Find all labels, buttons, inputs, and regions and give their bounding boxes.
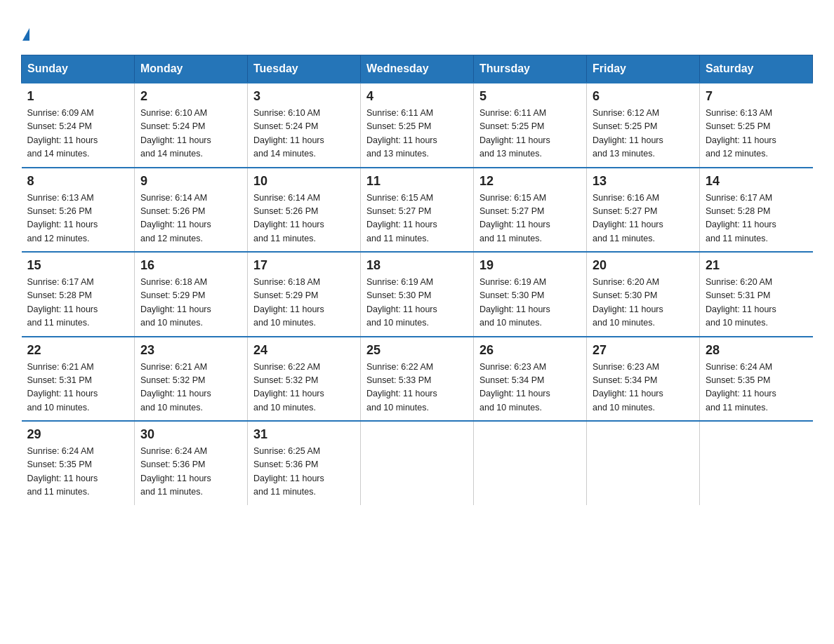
day-number: 22	[27, 343, 129, 358]
calendar-cell: 9Sunrise: 6:14 AMSunset: 5:26 PMDaylight…	[135, 168, 248, 253]
day-info: Sunrise: 6:15 AMSunset: 5:27 PMDaylight:…	[366, 193, 437, 243]
calendar-cell: 31Sunrise: 6:25 AMSunset: 5:36 PMDayligh…	[248, 421, 361, 505]
calendar-cell: 4Sunrise: 6:11 AMSunset: 5:25 PMDaylight…	[361, 83, 474, 168]
day-info: Sunrise: 6:13 AMSunset: 5:26 PMDaylight:…	[27, 193, 98, 243]
day-number: 30	[140, 427, 241, 442]
day-number: 31	[253, 427, 355, 442]
day-number: 24	[253, 343, 355, 358]
day-info: Sunrise: 6:11 AMSunset: 5:25 PMDaylight:…	[366, 108, 437, 159]
day-info: Sunrise: 6:14 AMSunset: 5:26 PMDaylight:…	[140, 193, 211, 243]
day-number: 2	[140, 89, 241, 104]
day-info: Sunrise: 6:10 AMSunset: 5:24 PMDaylight:…	[140, 108, 211, 159]
day-info: Sunrise: 6:17 AMSunset: 5:28 PMDaylight:…	[27, 277, 98, 328]
day-number: 20	[593, 258, 694, 273]
day-number: 1	[27, 89, 129, 104]
column-header-monday: Monday	[135, 55, 248, 83]
calendar-cell: 26Sunrise: 6:23 AMSunset: 5:34 PMDayligh…	[474, 337, 587, 422]
calendar-week-3: 15Sunrise: 6:17 AMSunset: 5:28 PMDayligh…	[22, 252, 813, 337]
day-info: Sunrise: 6:09 AMSunset: 5:24 PMDaylight:…	[27, 108, 98, 159]
day-number: 28	[706, 343, 807, 358]
day-info: Sunrise: 6:24 AMSunset: 5:35 PMDaylight:…	[706, 362, 776, 412]
day-info: Sunrise: 6:18 AMSunset: 5:29 PMDaylight:…	[140, 277, 211, 328]
calendar-cell: 28Sunrise: 6:24 AMSunset: 5:35 PMDayligh…	[700, 337, 813, 422]
column-header-thursday: Thursday	[474, 55, 587, 83]
logo	[21, 21, 29, 41]
day-number: 12	[479, 174, 581, 189]
day-info: Sunrise: 6:20 AMSunset: 5:30 PMDaylight:…	[593, 277, 663, 328]
day-info: Sunrise: 6:12 AMSunset: 5:25 PMDaylight:…	[593, 108, 663, 159]
day-number: 21	[706, 258, 807, 273]
calendar-cell: 12Sunrise: 6:15 AMSunset: 5:27 PMDayligh…	[474, 168, 587, 253]
calendar-cell: 22Sunrise: 6:21 AMSunset: 5:31 PMDayligh…	[22, 337, 135, 422]
day-number: 19	[479, 258, 581, 273]
day-info: Sunrise: 6:14 AMSunset: 5:26 PMDaylight:…	[253, 193, 324, 243]
day-number: 23	[140, 343, 241, 358]
day-info: Sunrise: 6:25 AMSunset: 5:36 PMDaylight:…	[253, 446, 324, 497]
day-info: Sunrise: 6:20 AMSunset: 5:31 PMDaylight:…	[706, 277, 776, 328]
day-number: 10	[253, 174, 355, 189]
calendar-cell: 15Sunrise: 6:17 AMSunset: 5:28 PMDayligh…	[22, 252, 135, 337]
calendar-cell: 18Sunrise: 6:19 AMSunset: 5:30 PMDayligh…	[361, 252, 474, 337]
day-info: Sunrise: 6:13 AMSunset: 5:25 PMDaylight:…	[706, 108, 776, 159]
calendar-cell	[361, 421, 474, 505]
day-number: 17	[253, 258, 355, 273]
day-number: 26	[479, 343, 581, 358]
calendar-cell	[474, 421, 587, 505]
calendar-cell: 21Sunrise: 6:20 AMSunset: 5:31 PMDayligh…	[700, 252, 813, 337]
calendar-cell: 29Sunrise: 6:24 AMSunset: 5:35 PMDayligh…	[22, 421, 135, 505]
calendar-cell: 8Sunrise: 6:13 AMSunset: 5:26 PMDaylight…	[22, 168, 135, 253]
day-info: Sunrise: 6:15 AMSunset: 5:27 PMDaylight:…	[479, 193, 550, 243]
day-info: Sunrise: 6:16 AMSunset: 5:27 PMDaylight:…	[593, 193, 663, 243]
day-number: 27	[593, 343, 694, 358]
page-header	[21, 21, 813, 41]
calendar-cell: 19Sunrise: 6:19 AMSunset: 5:30 PMDayligh…	[474, 252, 587, 337]
calendar-cell: 11Sunrise: 6:15 AMSunset: 5:27 PMDayligh…	[361, 168, 474, 253]
day-info: Sunrise: 6:24 AMSunset: 5:35 PMDaylight:…	[27, 446, 98, 497]
calendar-cell	[700, 421, 813, 505]
calendar-cell: 25Sunrise: 6:22 AMSunset: 5:33 PMDayligh…	[361, 337, 474, 422]
day-number: 13	[593, 174, 694, 189]
column-header-saturday: Saturday	[700, 55, 813, 83]
day-info: Sunrise: 6:10 AMSunset: 5:24 PMDaylight:…	[253, 108, 324, 159]
day-info: Sunrise: 6:22 AMSunset: 5:32 PMDaylight:…	[253, 362, 324, 412]
day-number: 8	[27, 174, 129, 189]
calendar-week-5: 29Sunrise: 6:24 AMSunset: 5:35 PMDayligh…	[22, 421, 813, 505]
day-number: 25	[366, 343, 468, 358]
calendar-week-1: 1Sunrise: 6:09 AMSunset: 5:24 PMDaylight…	[22, 83, 813, 168]
day-number: 7	[706, 89, 807, 104]
calendar-table: SundayMondayTuesdayWednesdayThursdayFrid…	[21, 55, 813, 505]
column-header-tuesday: Tuesday	[248, 55, 361, 83]
calendar-cell: 30Sunrise: 6:24 AMSunset: 5:36 PMDayligh…	[135, 421, 248, 505]
day-number: 3	[253, 89, 355, 104]
calendar-cell: 20Sunrise: 6:20 AMSunset: 5:30 PMDayligh…	[587, 252, 700, 337]
day-number: 5	[479, 89, 581, 104]
day-number: 11	[366, 174, 468, 189]
day-info: Sunrise: 6:19 AMSunset: 5:30 PMDaylight:…	[366, 277, 437, 328]
calendar-cell: 10Sunrise: 6:14 AMSunset: 5:26 PMDayligh…	[248, 168, 361, 253]
day-number: 6	[593, 89, 694, 104]
calendar-cell: 3Sunrise: 6:10 AMSunset: 5:24 PMDaylight…	[248, 83, 361, 168]
column-header-sunday: Sunday	[22, 55, 135, 83]
day-info: Sunrise: 6:11 AMSunset: 5:25 PMDaylight:…	[479, 108, 550, 159]
day-info: Sunrise: 6:24 AMSunset: 5:36 PMDaylight:…	[140, 446, 211, 497]
day-info: Sunrise: 6:21 AMSunset: 5:31 PMDaylight:…	[27, 362, 98, 412]
calendar-cell: 7Sunrise: 6:13 AMSunset: 5:25 PMDaylight…	[700, 83, 813, 168]
logo-top	[21, 21, 29, 41]
day-number: 4	[366, 89, 468, 104]
column-header-friday: Friday	[587, 55, 700, 83]
calendar-week-2: 8Sunrise: 6:13 AMSunset: 5:26 PMDaylight…	[22, 168, 813, 253]
calendar-cell: 2Sunrise: 6:10 AMSunset: 5:24 PMDaylight…	[135, 83, 248, 168]
day-info: Sunrise: 6:17 AMSunset: 5:28 PMDaylight:…	[706, 193, 776, 243]
day-number: 15	[27, 258, 129, 273]
calendar-cell: 23Sunrise: 6:21 AMSunset: 5:32 PMDayligh…	[135, 337, 248, 422]
calendar-cell: 13Sunrise: 6:16 AMSunset: 5:27 PMDayligh…	[587, 168, 700, 253]
calendar-header-row: SundayMondayTuesdayWednesdayThursdayFrid…	[22, 55, 813, 83]
calendar-cell: 14Sunrise: 6:17 AMSunset: 5:28 PMDayligh…	[700, 168, 813, 253]
calendar-cell: 6Sunrise: 6:12 AMSunset: 5:25 PMDaylight…	[587, 83, 700, 168]
calendar-week-4: 22Sunrise: 6:21 AMSunset: 5:31 PMDayligh…	[22, 337, 813, 422]
calendar-cell: 27Sunrise: 6:23 AMSunset: 5:34 PMDayligh…	[587, 337, 700, 422]
calendar-cell: 16Sunrise: 6:18 AMSunset: 5:29 PMDayligh…	[135, 252, 248, 337]
calendar-cell: 17Sunrise: 6:18 AMSunset: 5:29 PMDayligh…	[248, 252, 361, 337]
day-info: Sunrise: 6:21 AMSunset: 5:32 PMDaylight:…	[140, 362, 211, 412]
day-number: 16	[140, 258, 241, 273]
